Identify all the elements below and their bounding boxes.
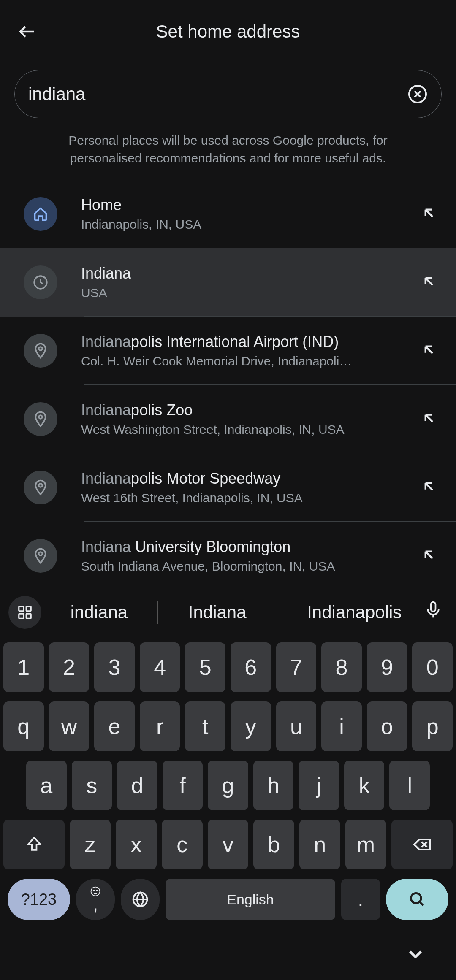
svg-point-8 [96,890,97,891]
key-f[interactable]: f [163,761,203,810]
collapse-keyboard-button[interactable] [404,943,426,967]
key-g[interactable]: g [208,761,248,810]
key-6[interactable]: 6 [231,642,271,692]
key-5[interactable]: 5 [185,642,225,692]
result-text: Indianapolis Zoo West Washington Street,… [81,401,412,437]
key-b[interactable]: b [253,820,294,869]
key-e[interactable]: e [94,701,135,751]
result-title: Indianapolis International Airport (IND) [81,333,412,351]
key-q[interactable]: q [3,701,44,751]
svg-rect-4 [26,614,31,618]
result-row[interactable]: Indianapolis Zoo West Washington Street,… [0,385,456,453]
svg-rect-5 [431,602,436,612]
result-text: Indiana University Bloomington South Ind… [81,538,412,574]
key-p[interactable]: p [412,701,453,751]
svg-rect-3 [19,614,24,618]
key-h[interactable]: h [253,761,294,810]
home-icon [24,197,57,231]
keyboard-suggestion[interactable]: Indianapolis [301,602,407,623]
result-row[interactable]: Indiana University Bloomington South Ind… [0,522,456,590]
key-m[interactable]: m [345,820,386,869]
key-w[interactable]: w [49,701,90,751]
result-text: Indianapolis Motor Speedway West 16th St… [81,470,412,505]
result-title: Indiana University Bloomington [81,538,412,556]
keyboard-suggestion-bar: indianaIndianaIndianapolis [0,590,456,635]
insert-query-button[interactable] [421,547,439,565]
result-subtitle: South Indiana Avenue, Bloomington, IN, U… [81,559,412,574]
key-u[interactable]: u [276,701,317,751]
globe-icon [131,890,149,909]
search-pill [14,70,442,118]
result-subtitle: Col. H. Weir Cook Memorial Drive, Indian… [81,354,412,368]
key-7[interactable]: 7 [276,642,317,692]
key-l[interactable]: l [389,761,430,810]
key-8[interactable]: 8 [321,642,362,692]
search-input[interactable] [28,84,407,104]
shift-key[interactable] [3,820,65,869]
page-title: Set home address [37,22,439,42]
language-key[interactable] [121,879,160,920]
result-subtitle: USA [81,286,412,300]
key-2[interactable]: 2 [49,642,90,692]
period-key[interactable]: . [341,879,380,920]
search-action-key[interactable] [386,879,448,920]
history-icon [24,265,57,299]
key-r[interactable]: r [140,701,180,751]
keyboard-menu-button[interactable] [8,596,41,629]
header: Set home address [0,0,456,63]
result-row[interactable]: Home Indianapolis, IN, USA [0,180,456,248]
key-s[interactable]: s [72,761,112,810]
key-t[interactable]: t [185,701,225,751]
key-3[interactable]: 3 [94,642,135,692]
key-o[interactable]: o [367,701,407,751]
key-c[interactable]: c [162,820,203,869]
keyboard: 1234567890 qwertyuiop asdfghjkl zxcvbnm … [0,635,456,929]
keyboard-suggestion[interactable]: Indiana [182,602,252,623]
key-v[interactable]: v [208,820,249,869]
result-text: Indiana USA [81,265,412,300]
insert-query-button[interactable] [421,205,439,223]
result-text: Indianapolis International Airport (IND)… [81,333,412,368]
results-list: Home Indianapolis, IN, USA Indiana USA I… [0,180,456,590]
key-n[interactable]: n [299,820,340,869]
search-icon [408,890,426,909]
clear-input-button[interactable] [407,84,428,104]
key-4[interactable]: 4 [140,642,180,692]
back-button[interactable] [17,22,37,42]
result-row[interactable]: Indianapolis International Airport (IND)… [0,317,456,385]
key-z[interactable]: z [70,820,111,869]
key-d[interactable]: d [117,761,157,810]
backspace-key[interactable] [391,820,453,869]
result-title: Home [81,196,412,214]
nav-bar [0,929,456,980]
key-0[interactable]: 0 [412,642,453,692]
insert-query-button[interactable] [421,273,439,292]
symbols-key[interactable]: ?123 [8,879,70,920]
svg-point-7 [93,890,94,891]
result-title: Indianapolis Zoo [81,401,412,419]
result-row[interactable]: Indianapolis Motor Speedway West 16th St… [0,453,456,522]
insert-query-button[interactable] [421,478,439,497]
key-9[interactable]: 9 [367,642,407,692]
key-1[interactable]: 1 [3,642,44,692]
voice-input-button[interactable] [424,601,448,624]
key-y[interactable]: y [231,701,271,751]
place-icon [24,471,57,504]
key-k[interactable]: k [344,761,385,810]
key-a[interactable]: a [26,761,67,810]
result-title: Indiana [81,265,412,282]
place-icon [24,402,57,436]
place-icon [24,334,57,368]
key-i[interactable]: i [321,701,362,751]
place-icon [24,539,57,573]
key-j[interactable]: j [299,761,339,810]
space-key[interactable]: English [166,879,335,920]
comma-key[interactable]: , [76,879,115,920]
svg-rect-2 [26,606,31,611]
insert-query-button[interactable] [421,341,439,360]
key-x[interactable]: x [116,820,157,869]
insert-query-button[interactable] [421,410,439,428]
result-subtitle: Indianapolis, IN, USA [81,217,412,232]
keyboard-suggestion[interactable]: indiana [65,602,133,623]
result-row[interactable]: Indiana USA [0,248,456,317]
